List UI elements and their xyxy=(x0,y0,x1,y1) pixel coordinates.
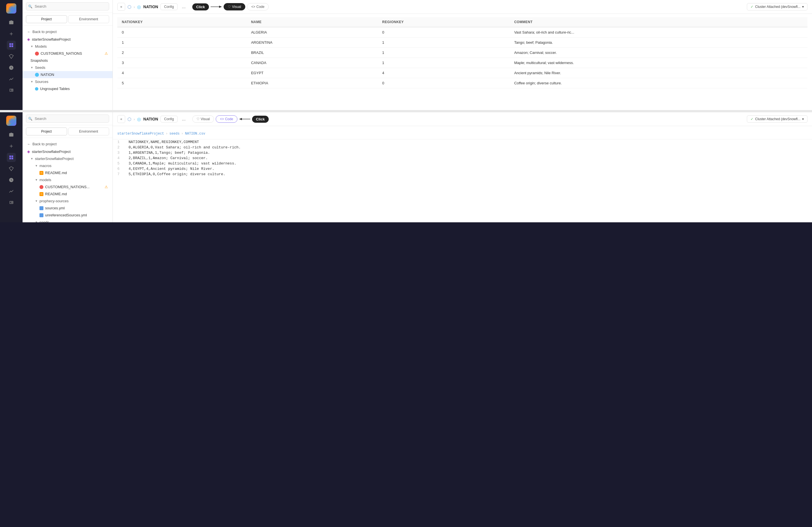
ungrouped-tables-item-1[interactable]: Ungrouped Tables xyxy=(23,85,113,92)
sidebar-diamond-icon[interactable] xyxy=(7,52,16,61)
seed-icon-circle-1: ◎ xyxy=(137,4,141,10)
more-btn-2[interactable]: ... xyxy=(180,115,188,123)
project-root-item-2[interactable]: ◈ starterSnowflakeProject xyxy=(23,148,113,155)
breadcrumb-project-link[interactable]: starterSnowflakeProject xyxy=(117,132,164,136)
line-number: 7 xyxy=(113,172,124,176)
table-cell: Maple; multicultural; vast wilderness. xyxy=(510,58,808,68)
breadcrumb-sep-code-1: › xyxy=(166,132,168,136)
col-name: NAME xyxy=(246,17,378,27)
table-cell: 4 xyxy=(117,68,246,78)
line-number: 6 xyxy=(113,167,124,171)
sidebar-grid-icon-2[interactable] xyxy=(7,153,16,162)
more-btn-1[interactable]: ... xyxy=(180,3,188,11)
line-content: 4,EGYPT,4,Ancient pyramids; Nile River. xyxy=(124,167,812,171)
sidebar-layout-icon-2[interactable] xyxy=(7,198,16,207)
seed-nation-item-1[interactable]: NATION xyxy=(23,71,113,78)
cluster-badge-2[interactable]: ✓ Cluster Attached (devSnowfl... ▾ xyxy=(747,115,808,123)
table-row: 4EGYPT4Ancient pyramids; Nile River. xyxy=(117,68,808,78)
page-title-1: NATION xyxy=(143,4,158,9)
table-cell: ARGENTINA xyxy=(246,38,378,48)
search-input-1[interactable] xyxy=(26,2,109,11)
top-bar-2: « ⬡ › ◎ NATION Config ... ♡ Visual <> Co… xyxy=(113,112,812,126)
visual-btn-1[interactable]: ♡ Visual xyxy=(223,3,245,11)
line-number: 5 xyxy=(113,161,124,166)
table-cell: EGYPT xyxy=(246,68,378,78)
tab-project-2[interactable]: Project xyxy=(26,128,67,136)
panel-1: 🔍 Project Environment ← Back to project … xyxy=(0,0,812,110)
line-content: 0,ALGERIA,0,Vast Sahara; oil-rich and cu… xyxy=(124,145,812,149)
breadcrumb-file-link[interactable]: NATION.csv xyxy=(185,132,205,136)
cluster-badge-1[interactable]: ✓ Cluster Attached (devSnowfl... ▾ xyxy=(747,3,808,11)
main-content-2: « ⬡ › ◎ NATION Config ... ♡ Visual <> Co… xyxy=(113,112,812,222)
sidebar-diamond-icon-2[interactable] xyxy=(7,164,16,173)
macros-section-2[interactable]: ▼ macros xyxy=(23,162,113,169)
sidebar-grid-icon[interactable] xyxy=(7,41,16,49)
back-arrow-icon-2: ← xyxy=(27,142,31,146)
model-item-1[interactable]: CUSTOMERS_NATIONS ⚠ xyxy=(23,50,113,57)
col-comment: COMMENT xyxy=(510,17,808,27)
table-row: 3CANADA1Maple; multicultural; vast wilde… xyxy=(117,58,808,68)
model-item-2[interactable]: CUSTOMERS_NATIONS... ⚠ xyxy=(23,183,113,190)
project-root-item-1[interactable]: ◈ starterSnowflakeProject xyxy=(23,35,113,43)
sidebar-add-icon-2[interactable] xyxy=(7,142,16,151)
table-cell: 0 xyxy=(378,27,510,38)
back-to-project-1[interactable]: ← Back to project xyxy=(23,28,113,35)
page-title-2: NATION xyxy=(143,117,158,121)
cluster-chevron-2: ▾ xyxy=(802,117,804,121)
click-bubble-2[interactable]: Click xyxy=(252,116,269,123)
col-nationkey: NATIONKEY xyxy=(117,17,246,27)
search-input-2[interactable] xyxy=(26,115,109,123)
breadcrumb-folder-link[interactable]: seeds xyxy=(170,132,179,136)
nav-back-btn-2[interactable]: « xyxy=(117,115,125,123)
tab-environment-1[interactable]: Environment xyxy=(68,15,110,23)
table-body-1: 0ALGERIA0Vast Sahara; oil-rich and cultu… xyxy=(117,27,808,88)
code-btn-1[interactable]: <> Code xyxy=(247,3,269,11)
sidebar-pulse-icon[interactable] xyxy=(7,74,16,84)
click-bubble-1[interactable]: Click xyxy=(192,3,209,11)
prophecy-sources-section-2[interactable]: ▼ prophecy-sources xyxy=(23,198,113,204)
sidebar-camera-icon-2[interactable] xyxy=(7,130,16,139)
root-project-section-2[interactable]: ▼ starterSnowflakeProject xyxy=(23,155,113,162)
table-cell: Ancient pyramids; Nile River. xyxy=(510,68,808,78)
sidebar-clock-icon-2[interactable] xyxy=(7,175,16,185)
line-content: 2,BRAZIL,1,Amazon; Carnival; soccer. xyxy=(124,156,812,160)
file-tree-2: ← Back to project ◈ starterSnowflakeProj… xyxy=(23,138,113,222)
svg-marker-5 xyxy=(239,118,242,120)
table-header-row: NATIONKEY NAME REGIONKEY COMMENT xyxy=(117,17,808,27)
sources-section-1[interactable]: ▼ Sources xyxy=(23,78,113,85)
table-cell: 2 xyxy=(117,48,246,58)
seeds-section-2[interactable]: ▼ seeds xyxy=(23,219,113,222)
models-readme-item-2[interactable]: m README.md xyxy=(23,190,113,198)
visual-btn-2[interactable]: ♡ Visual xyxy=(192,115,214,123)
seeds-section-1[interactable]: ▼ Seeds xyxy=(23,64,113,71)
config-btn-2[interactable]: Config xyxy=(160,116,178,123)
nav-back-btn-1[interactable]: « xyxy=(117,3,125,11)
sidebar-pulse-icon-2[interactable] xyxy=(7,187,16,196)
back-to-project-2[interactable]: ← Back to project xyxy=(23,140,113,148)
data-table-1: NATIONKEY NAME REGIONKEY COMMENT 0ALGERI… xyxy=(117,17,808,88)
sidebar-clock-icon[interactable] xyxy=(7,63,16,72)
table-cell: Vast Sahara; oil-rich and culture-ric... xyxy=(510,27,808,38)
search-icon-2: 🔍 xyxy=(28,117,32,121)
tab-project-1[interactable]: Project xyxy=(26,15,67,23)
code-btn-2[interactable]: <> Code xyxy=(216,115,237,123)
sources-yaml-item-2[interactable]: sources.yml xyxy=(23,204,113,212)
sidebar-layout-icon[interactable] xyxy=(7,86,16,95)
line-content: 5,ETHIOPIA,0,Coffee origin; diverse cult… xyxy=(124,172,812,176)
config-btn-1[interactable]: Config xyxy=(160,3,178,10)
models-section-1[interactable]: ▼ Models xyxy=(23,43,113,50)
sidebar-add-icon[interactable] xyxy=(7,29,16,38)
line-number: 1 xyxy=(113,140,124,144)
snapshots-item-1[interactable]: Snapshots xyxy=(23,57,113,64)
table-cell: Coffee origin; diverse culture. xyxy=(510,78,808,88)
breadcrumb-node-type-1: ⬡ xyxy=(128,4,131,10)
tab-environment-2[interactable]: Environment xyxy=(68,128,110,136)
unreferenced-yaml-item-2[interactable]: unreferencedSources.yml xyxy=(23,212,113,219)
sidebar-camera-icon[interactable] xyxy=(7,18,16,27)
macros-readme-item-2[interactable]: m README.md xyxy=(23,169,113,176)
code-line: 3 1,ARGENTINA,1,Tango; beef; Patagonia. xyxy=(113,150,812,155)
breadcrumb-seed-icon-2: ◎ xyxy=(137,116,141,122)
col-regionkey: REGIONKEY xyxy=(378,17,510,27)
heart-icon-1: ♡ xyxy=(228,5,231,9)
models-section-2[interactable]: ▼ models xyxy=(23,176,113,183)
